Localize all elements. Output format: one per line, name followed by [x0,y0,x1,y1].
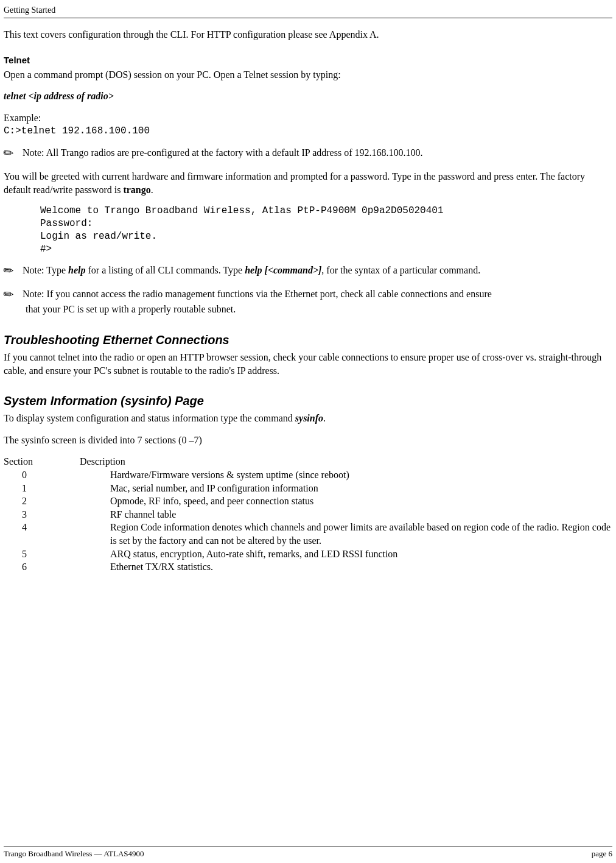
note-text: Note: Type help for a listing of all CLI… [23,264,612,277]
section-desc: Mac, serial number, and IP configuration… [98,482,612,495]
pencil-icon: ✎ [0,144,18,163]
telnet-heading: Telnet [4,54,612,66]
pencil-icon: ✎ [0,261,18,281]
example-label: Example: [4,111,612,125]
section-desc: Region Code information denotes which ch… [98,521,612,547]
code-line: Password: [40,218,93,229]
sysinfo-heading: System Information (sysinfo) Page [4,393,612,409]
password-value: trango [123,185,150,195]
login-output: Welcome to Trango Broadband Wireless, At… [40,205,612,255]
section-desc: Ethernet TX/RX statistics. [98,560,612,574]
header-section: Section [4,455,80,468]
section-desc: ARQ status, encryption, Auto-rate shift,… [98,548,612,561]
page-header: Getting Started [4,5,612,18]
text-fragment: To display system configuration and stat… [4,413,295,423]
note-help-command: ✎ Note: Type help for a listing of all C… [4,264,612,279]
troubleshooting-heading: Troubleshooting Ethernet Connections [4,332,612,348]
table-row: 6 Ethernet TX/RX statistics. [4,560,612,574]
table-row: 2 Opmode, RF info, speed, and peer conne… [4,495,612,508]
section-num: 5 [4,548,98,561]
note-text-line1: Note: If you cannot access the radio man… [23,287,612,301]
text-fragment: You will be greeted with current hardwar… [4,171,585,195]
section-desc: Hardware/Firmware versions & system upti… [98,468,612,482]
code-line: Welcome to Trango Broadband Wireless, At… [40,205,444,216]
example-command: C:>telnet 192.168.100.100 [4,125,612,138]
table-row: 1 Mac, serial number, and IP configurati… [4,482,612,495]
help-command-syntax: help [<command>] [245,265,321,275]
text-fragment: for a listing of all CLI commands. Type [85,265,245,275]
section-num: 6 [4,560,98,574]
pencil-icon: ✎ [0,285,18,305]
table-row: 0 Hardware/Firmware versions & system up… [4,468,612,482]
sysinfo-divided: The sysinfo screen is divided into 7 sec… [4,434,612,447]
note-text-line2: that your PC is set up with a properly r… [26,303,612,316]
note-text: Note: All Trango radios are pre-configur… [23,146,612,160]
intro-text: This text covers configuration through t… [4,28,612,41]
table-row: 4 Region Code information denotes which … [4,521,612,547]
password-paragraph: You will be greeted with current hardwar… [4,170,612,196]
header-description: Description [80,455,612,468]
section-num: 4 [4,521,98,547]
text-fragment: , for the syntax of a particular command… [321,265,480,275]
section-num: 3 [4,508,98,521]
text-fragment: . [323,413,326,423]
section-num: 1 [4,482,98,495]
table-row: 5 ARQ status, encryption, Auto-rate shif… [4,548,612,561]
troubleshooting-body: If you cannot telnet into the radio or o… [4,351,612,377]
sysinfo-command: sysinfo [295,413,323,423]
note-ethernet-access: ✎ Note: If you cannot access the radio m… [4,287,612,316]
section-num: 0 [4,468,98,482]
telnet-open-prompt: Open a command prompt (DOS) session on y… [4,68,612,82]
sysinfo-section-table: Section Description 0 Hardware/Firmware … [4,455,612,573]
table-row: 3 RF channel table [4,508,612,521]
section-desc: Opmode, RF info, speed, and peer connect… [98,495,612,508]
help-keyword: help [68,265,85,275]
telnet-command-syntax: telnet <ip address of radio> [4,90,612,103]
code-line: #> [40,244,52,255]
section-num: 2 [4,495,98,508]
note-default-ip: ✎ Note: All Trango radios are pre-config… [4,146,612,161]
table-header-row: Section Description [4,455,612,468]
text-fragment: . [151,185,153,195]
code-line: Login as read/write. [40,231,157,242]
sysinfo-intro: To display system configuration and stat… [4,412,612,425]
section-desc: RF channel table [98,508,612,521]
text-fragment: Note: Type [23,265,68,275]
